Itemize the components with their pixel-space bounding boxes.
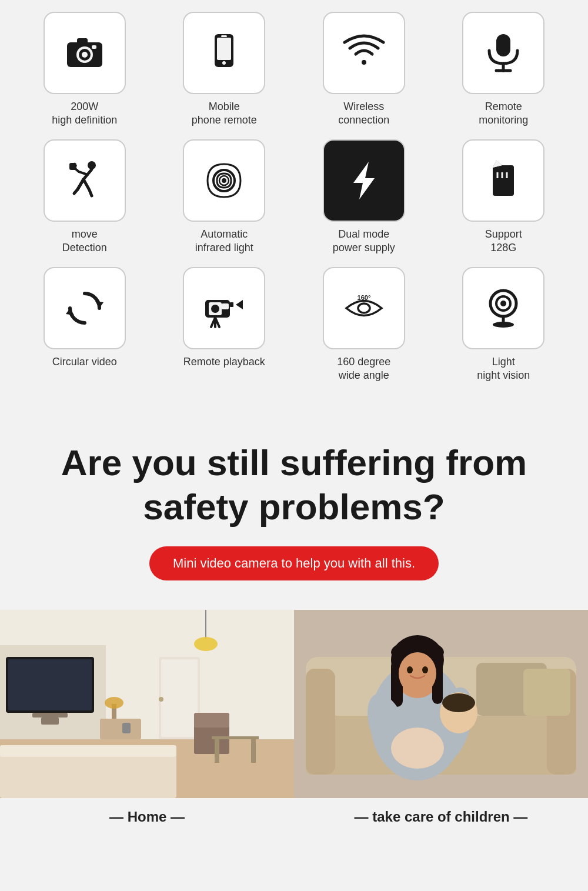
feature-icon-sd-card [462,139,544,222]
svg-point-79 [399,652,436,695]
feature-label-hd-camera: 200Whigh definition [52,100,117,128]
images-section [0,610,588,798]
home-image-container [0,610,294,798]
svg-point-35 [358,303,370,313]
captions-row: — Home — — take care of children — [0,798,588,836]
svg-point-3 [82,52,88,58]
feature-icon-remote-playback [183,267,265,349]
feature-wireless: Wirelessconnection [297,12,431,128]
svg-rect-5 [92,45,96,49]
svg-point-39 [500,301,506,306]
caption-children: — take care of children — [294,798,588,836]
svg-point-85 [407,666,413,673]
feature-wide-angle: 160° 160 degreewide angle [297,267,431,383]
phone-icon [201,29,248,76]
svg-point-28 [211,305,219,313]
svg-point-82 [391,728,444,769]
feature-dual-power: Dual modepower supply [297,139,431,255]
sd-card-icon [480,157,527,204]
svg-marker-25 [66,308,74,315]
wifi-icon [340,29,387,76]
children-illustration [294,610,588,798]
infrared-icon [201,157,248,204]
svg-rect-60 [0,745,176,757]
feature-label-remote-monitor: Remotemonitoring [479,100,528,128]
bolt-icon [340,157,387,204]
feature-label-wide-angle: 160 degreewide angle [337,355,390,383]
feature-label-mobile-remote: Mobilephone remote [192,100,257,128]
safety-badge: Mini video camera to help you with all t… [149,546,439,580]
feature-label-sd-card: Support128G [485,228,522,255]
feature-label-wireless: Wirelessconnection [338,100,389,128]
feature-icon-hd-camera [44,12,126,94]
svg-marker-20 [353,162,375,199]
svg-rect-4 [77,38,88,44]
svg-rect-33 [230,302,233,307]
safety-section: Are you still suffering from safety prob… [0,406,588,610]
feature-label-circular-video: Circular video [52,355,117,369]
svg-rect-55 [161,659,198,737]
feature-icon-remote-monitor [462,12,544,94]
home-illustration [0,610,294,798]
svg-rect-9 [221,35,227,37]
svg-rect-65 [251,739,256,763]
feature-label-remote-playback: Remote playback [183,355,265,369]
feature-label-move-detection: moveDetection [62,228,107,255]
feature-night-vision: Lightnight vision [437,267,571,383]
svg-marker-24 [95,301,103,308]
feature-icon-wide-angle: 160° [323,267,405,349]
circular-icon [61,285,108,332]
svg-rect-50 [100,719,141,739]
svg-point-18 [222,178,226,183]
svg-rect-11 [496,34,510,56]
feature-icon-mobile-remote [183,12,265,94]
feature-hd-camera: 200Whigh definition [18,12,152,128]
svg-rect-63 [212,736,259,739]
caption-home: — Home — [0,798,294,836]
feature-label-infrared: Automaticinfrared light [195,228,253,255]
children-image-container [294,610,588,798]
feature-icon-circular-video [44,267,126,349]
svg-rect-69 [306,669,335,775]
person-run-icon [61,157,108,204]
svg-rect-47 [8,659,92,710]
svg-text:160°: 160° [357,294,370,301]
feature-label-night-vision: Lightnight vision [477,355,530,383]
feature-move-detection: moveDetection [18,139,152,255]
mic-icon [480,29,527,76]
svg-point-86 [422,666,428,673]
svg-point-8 [222,61,226,65]
feature-icon-dual-power [323,139,405,222]
night-vision-icon [480,285,527,332]
feature-sd-card: Support128G [437,139,571,255]
wide-angle-icon: 160° [340,285,387,332]
feature-remote-playback: Remote playback [158,267,292,383]
feature-circular-video: Circular video [18,267,152,383]
svg-rect-29 [222,303,229,309]
svg-point-41 [493,322,514,328]
feature-icon-infrared [183,139,265,222]
feature-icon-move-detection [44,139,126,222]
svg-rect-7 [217,38,231,60]
svg-point-10 [362,60,366,65]
feature-remote-monitor: Remotemonitoring [437,12,571,128]
features-grid: 200Whigh definition Mobilephone remote [18,12,570,382]
feature-icon-night-vision [462,267,544,349]
video-camera-icon [201,285,248,332]
svg-rect-53 [122,723,131,733]
svg-rect-49 [41,718,59,725]
feature-label-dual-power: Dual modepower supply [333,228,395,255]
svg-point-56 [159,697,163,702]
svg-point-52 [105,697,123,709]
features-section: 200Whigh definition Mobilephone remote [0,0,588,406]
svg-point-58 [194,637,218,651]
svg-marker-34 [236,300,243,309]
feature-infrared: Automaticinfrared light [158,139,292,255]
svg-rect-48 [32,713,68,718]
svg-rect-72 [523,669,570,716]
svg-rect-64 [215,739,219,763]
svg-rect-62 [194,713,229,728]
feature-mobile-remote: Mobilephone remote [158,12,292,128]
svg-point-84 [442,693,475,712]
camera-icon [61,29,108,76]
